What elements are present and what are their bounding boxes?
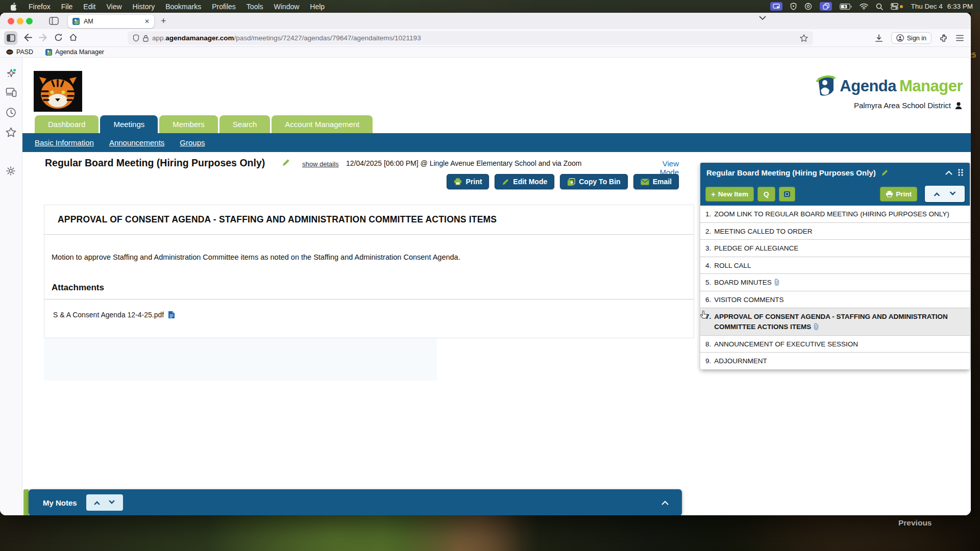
ai-chat-icon[interactable]	[6, 68, 17, 79]
paperclip-icon	[774, 279, 780, 286]
agenda-item-3[interactable]: 3.PLEDGE OF ALLEGIANCE	[700, 240, 970, 257]
menubar-item-edit[interactable]: Edit	[83, 3, 95, 11]
bookmark-label: PASD	[16, 48, 33, 56]
url-bar[interactable]: app.agendamanager.com/pasd/meetings/7242…	[128, 31, 813, 45]
tab-title: AM	[84, 18, 93, 25]
tab-search[interactable]: Search	[219, 115, 271, 133]
agenda-item-2[interactable]: 2.MEETING CALLED TO ORDER	[700, 223, 970, 240]
forward-button[interactable]	[39, 33, 48, 42]
shield-icon[interactable]	[790, 3, 797, 10]
sidebar-settings-gear-icon[interactable]	[6, 166, 17, 177]
edit-title-pencil-icon[interactable]	[282, 158, 290, 167]
notes-down-button[interactable]	[108, 500, 115, 505]
new-tab-button[interactable]: +	[161, 16, 166, 26]
notes-side-tab[interactable]	[23, 489, 29, 515]
subnav-announcements[interactable]: Announcements	[109, 138, 164, 147]
user-icon[interactable]	[954, 102, 963, 110]
agenda-item-5[interactable]: 5.BOARD MINUTES	[700, 274, 970, 291]
menubar-clock[interactable]: Thu Dec 4 6:33 PM	[911, 3, 973, 10]
attachment-name[interactable]: S & A Consent Agenda 12-4-25.pdf	[53, 311, 164, 319]
tab-meetings[interactable]: Meetings	[100, 115, 158, 133]
menubar-item-view[interactable]: View	[106, 3, 121, 11]
bookmark-agenda-manager[interactable]: Agenda Manager	[45, 48, 104, 56]
edit-agenda-pencil-icon[interactable]	[881, 169, 889, 177]
notes-up-button[interactable]	[93, 500, 101, 505]
list-all-tabs-icon[interactable]	[759, 16, 766, 20]
subnav-groups[interactable]: Groups	[180, 138, 205, 147]
firefox-view-icon[interactable]	[49, 16, 59, 26]
button-label: Q	[764, 190, 769, 198]
back-button[interactable]	[23, 33, 32, 42]
previous-overlay-label[interactable]: Previous	[898, 518, 932, 528]
quick-button[interactable]: Q	[757, 187, 775, 202]
agenda-item-7-selected[interactable]: 7. APPROVAL OF CONSENT AGENDA - STAFFING…	[700, 308, 970, 335]
email-button[interactable]: Email	[633, 174, 679, 189]
new-item-button[interactable]: + New Item	[705, 187, 754, 202]
tab-label: Search	[233, 120, 257, 129]
item-number: 4.	[705, 261, 711, 271]
menubar-item-bookmarks[interactable]: Bookmarks	[165, 3, 201, 11]
agenda-item-4[interactable]: 4.ROLL CALL	[700, 257, 970, 274]
bookmarks-sidebar-icon[interactable]	[6, 127, 17, 138]
home-button[interactable]	[69, 33, 78, 42]
tab-members[interactable]: Members	[159, 115, 218, 133]
my-notes-bar[interactable]: My Notes	[29, 489, 682, 515]
minimize-window-button[interactable]	[17, 18, 23, 24]
menubar-item-history[interactable]: History	[133, 3, 155, 11]
bookmark-pasd[interactable]: PASD	[6, 48, 33, 56]
grid-handle-icon[interactable]	[958, 168, 964, 177]
agenda-item-8[interactable]: 8.ANNOUNCEMENT OF EXECUTIVE SESSION	[700, 336, 970, 353]
edit-mode-button[interactable]: Edit Mode	[495, 174, 554, 189]
print-button[interactable]: Print	[447, 174, 489, 189]
menubar-item-file[interactable]: File	[61, 3, 73, 11]
tab-dashboard[interactable]: Dashboard	[35, 115, 99, 133]
item-number: 6.	[705, 295, 711, 305]
dial-icon[interactable]	[804, 3, 812, 10]
bookmark-star-icon[interactable]	[800, 34, 808, 42]
attachment-row[interactable]: S & A Consent Agenda 12-4-25.pdf	[53, 311, 694, 319]
sidebar-toggle-button[interactable]	[4, 31, 17, 45]
close-tab-icon[interactable]: ✕	[144, 18, 150, 25]
apple-menu[interactable]	[11, 3, 18, 11]
wifi-icon[interactable]	[860, 3, 868, 10]
history-icon[interactable]	[6, 107, 17, 118]
zoom-window-button[interactable]	[26, 18, 33, 24]
lock-icon[interactable]	[143, 35, 149, 42]
collapse-panel-chevron-icon[interactable]	[945, 170, 952, 175]
sign-in-button[interactable]: Sign in	[891, 32, 932, 44]
tracking-shield-icon[interactable]	[133, 34, 139, 42]
tab-account-management[interactable]: Account Management	[272, 115, 373, 133]
control-center-icon[interactable]	[891, 3, 903, 10]
menubar-item-help[interactable]: Help	[310, 3, 325, 11]
extensions-icon[interactable]	[940, 34, 948, 42]
close-window-button[interactable]	[8, 18, 14, 24]
agenda-item-6[interactable]: 6.VISITOR COMMENTS	[700, 291, 970, 309]
reload-button[interactable]	[54, 33, 63, 42]
copy-to-bin-button[interactable]: Copy To Bin	[560, 174, 627, 189]
menubar-item-window[interactable]: Window	[274, 3, 300, 11]
menubar-item-firefox[interactable]: Firefox	[29, 3, 51, 11]
menubar-item-tools[interactable]: Tools	[247, 3, 263, 11]
search-icon[interactable]	[876, 3, 883, 10]
downloads-icon[interactable]	[875, 34, 883, 42]
item-text: ADJOURNMENT	[714, 356, 767, 366]
agenda-item-1[interactable]: 1.ZOOM LINK TO REGULAR BOARD MEETING (HI…	[700, 206, 970, 223]
button-label: Edit Mode	[513, 178, 547, 186]
synced-tabs-icon[interactable]	[6, 87, 17, 98]
notes-collapse-chevron-icon[interactable]	[662, 500, 669, 505]
browser-tab-am[interactable]: AM ✕	[68, 15, 154, 28]
notes-move-controls	[86, 494, 123, 511]
menubar-item-profiles[interactable]: Profiles	[212, 3, 236, 11]
show-details-link[interactable]: show details	[302, 160, 339, 168]
agenda-item-9[interactable]: 9.ADJOURNMENT	[700, 353, 970, 369]
document-icon[interactable]	[168, 311, 175, 319]
subnav-basic-information[interactable]: Basic Information	[35, 138, 94, 147]
copy-chip-icon[interactable]	[820, 2, 832, 11]
bin-button[interactable]	[779, 187, 795, 202]
move-down-button[interactable]	[949, 191, 957, 196]
button-label: Print	[896, 190, 912, 198]
app-menu-icon[interactable]	[956, 35, 964, 41]
screen-share-icon[interactable]	[770, 2, 782, 11]
move-up-button[interactable]	[933, 191, 941, 196]
print-agenda-button[interactable]: Print	[880, 187, 917, 202]
